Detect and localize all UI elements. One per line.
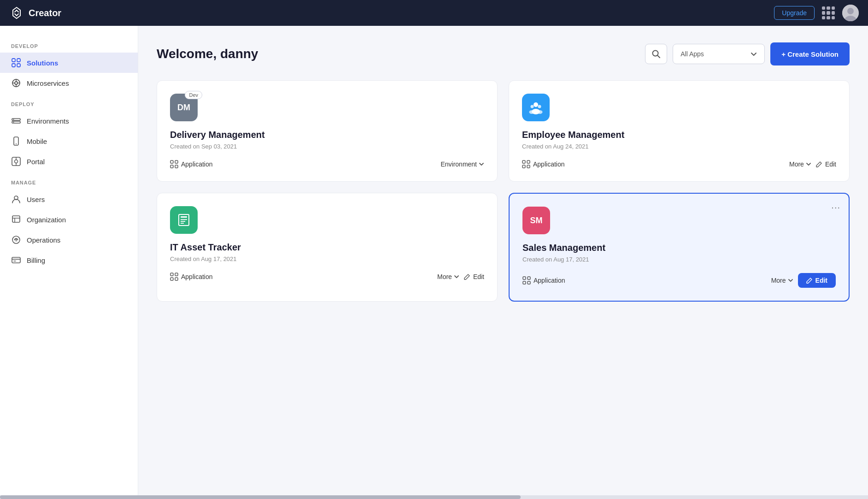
sidebar-item-organization[interactable]: Organization <box>0 209 138 230</box>
sidebar-item-environments[interactable]: Environments <box>0 111 138 131</box>
sidebar-item-label: Organization <box>27 216 66 224</box>
asset-svg-icon <box>176 213 191 227</box>
edit-button[interactable]: Edit <box>816 160 836 168</box>
svg-point-20 <box>15 160 18 163</box>
svg-rect-59 <box>523 281 526 284</box>
grid-dot <box>827 11 830 14</box>
svg-rect-36 <box>170 165 173 168</box>
svg-point-18 <box>16 143 17 144</box>
svg-point-40 <box>538 105 541 108</box>
microservices-icon <box>11 78 21 88</box>
grid-dot <box>822 11 825 14</box>
dev-badge: Dev <box>185 91 202 99</box>
sidebar-item-users[interactable]: Users <box>0 189 138 209</box>
application-button[interactable]: Application <box>522 160 565 168</box>
avatar-icon <box>842 5 859 21</box>
application-icon <box>170 273 178 281</box>
billing-icon <box>11 255 21 265</box>
environment-button[interactable]: Environment <box>440 160 484 168</box>
develop-section-label: DEVELOP <box>0 35 138 53</box>
edit-icon <box>816 161 822 167</box>
user-avatar[interactable] <box>842 5 859 21</box>
more-button[interactable]: More <box>771 277 793 284</box>
card-footer: Application More <box>522 273 836 288</box>
chevron-down-icon <box>806 161 811 167</box>
card-footer: Application More <box>170 273 484 281</box>
card-date: Created on Sep 03, 2021 <box>170 143 484 150</box>
mobile-icon <box>11 136 21 146</box>
svg-point-8 <box>15 82 18 84</box>
create-solution-button[interactable]: + Create Solution <box>770 42 850 65</box>
svg-point-16 <box>13 122 14 123</box>
card-it-asset-tracker: IT Asset Tracker Created on Aug 17, 2021… <box>157 193 498 302</box>
card-footer-right: More Edit <box>437 273 484 280</box>
grid-dot <box>822 6 825 10</box>
sidebar-item-label: Environments <box>27 117 69 125</box>
search-button[interactable] <box>645 44 667 64</box>
card-sales-management: ··· SM Sales Management Created on Aug 1… <box>509 193 850 302</box>
grid-dot <box>832 6 835 10</box>
sidebar-item-label: Operations <box>27 236 60 244</box>
card-icon-wrap <box>522 94 550 121</box>
svg-point-38 <box>534 102 538 107</box>
sidebar-item-mobile[interactable]: Mobile <box>0 131 138 151</box>
horizontal-scrollbar[interactable] <box>0 495 868 499</box>
more-button[interactable]: More <box>789 160 811 168</box>
svg-rect-4 <box>17 59 20 62</box>
svg-rect-57 <box>523 277 526 279</box>
employee-management-icon <box>522 94 550 121</box>
upgrade-button[interactable]: Upgrade <box>774 6 815 20</box>
nav-right: Upgrade <box>774 5 859 21</box>
card-title: Delivery Management <box>170 130 484 140</box>
edit-icon <box>806 277 813 284</box>
three-dots-menu[interactable]: ··· <box>831 202 840 213</box>
sidebar-item-label: Microservices <box>27 79 69 87</box>
sidebar-item-label: Billing <box>27 256 45 264</box>
application-button[interactable]: Application <box>170 273 213 281</box>
edit-icon <box>464 273 470 280</box>
operations-icon <box>11 235 21 245</box>
organization-icon <box>11 214 21 225</box>
svg-point-28 <box>16 239 17 241</box>
chevron-down-icon <box>479 161 484 167</box>
employees-svg-icon <box>528 100 543 115</box>
application-button[interactable]: Application <box>170 160 213 168</box>
card-title: Sales Management <box>522 243 836 253</box>
sidebar-item-portal[interactable]: Portal <box>0 151 138 172</box>
deploy-section-label: DEPLOY <box>0 93 138 111</box>
sidebar-item-microservices[interactable]: Microservices <box>0 73 138 93</box>
header-actions: All Apps + Create Solution <box>645 42 850 65</box>
sidebar-item-operations[interactable]: Operations <box>0 230 138 250</box>
more-button[interactable]: More <box>437 273 459 280</box>
sidebar-item-label: Users <box>27 196 45 203</box>
edit-button-primary[interactable]: Edit <box>798 273 836 288</box>
svg-rect-34 <box>170 160 173 163</box>
sidebar-item-billing[interactable]: Billing <box>0 250 138 270</box>
card-icon-wrap <box>170 206 198 234</box>
svg-point-43 <box>538 110 543 114</box>
main-header: Welcome, danny All Apps + Create Solutio… <box>157 42 850 65</box>
sidebar-item-solutions[interactable]: Solutions <box>0 53 138 73</box>
svg-point-42 <box>529 110 534 114</box>
svg-rect-60 <box>528 281 530 284</box>
logo-area: Creator <box>9 6 61 20</box>
sidebar: DEVELOP Solutions <box>0 26 138 495</box>
card-title: IT Asset Tracker <box>170 242 484 253</box>
svg-rect-29 <box>12 257 20 263</box>
edit-button[interactable]: Edit <box>464 273 484 280</box>
app-title: Creator <box>29 8 61 18</box>
svg-point-1 <box>847 8 854 14</box>
svg-rect-56 <box>175 278 178 280</box>
apps-grid-icon[interactable] <box>822 6 835 19</box>
top-navigation: Creator Upgrade <box>0 0 868 26</box>
card-footer-right: Environment <box>440 160 484 168</box>
application-icon <box>522 276 531 285</box>
sidebar-item-label: Mobile <box>27 137 47 145</box>
card-icon-wrap: DM Dev <box>170 94 198 121</box>
svg-point-39 <box>531 105 534 108</box>
card-date: Created on Aug 17, 2021 <box>522 256 836 263</box>
application-button[interactable]: Application <box>522 276 565 285</box>
grid-dot <box>822 16 825 19</box>
card-title: Employee Management <box>522 130 836 140</box>
all-apps-filter[interactable]: All Apps <box>673 44 765 64</box>
